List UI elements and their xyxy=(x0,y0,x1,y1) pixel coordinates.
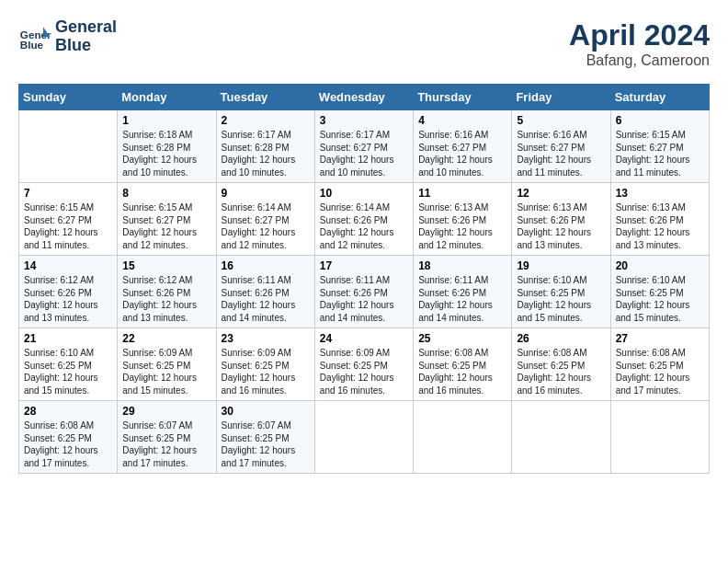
day-info: Sunrise: 6:10 AM Sunset: 6:25 PM Dayligh… xyxy=(616,274,704,324)
calendar-cell: 5Sunrise: 6:16 AM Sunset: 6:27 PM Daylig… xyxy=(512,110,610,183)
week-row-3: 14Sunrise: 6:12 AM Sunset: 6:26 PM Dayli… xyxy=(19,256,710,328)
day-info: Sunrise: 6:17 AM Sunset: 6:28 PM Dayligh… xyxy=(222,129,310,178)
calendar-cell: 10Sunrise: 6:14 AM Sunset: 6:26 PM Dayli… xyxy=(314,183,413,256)
main-title: April 2024 xyxy=(569,18,710,52)
calendar-cell: 26Sunrise: 6:08 AM Sunset: 6:25 PM Dayli… xyxy=(512,328,610,401)
calendar-cell: 9Sunrise: 6:14 AM Sunset: 6:27 PM Daylig… xyxy=(216,183,314,256)
column-header-tuesday: Tuesday xyxy=(216,85,314,110)
day-info: Sunrise: 6:15 AM Sunset: 6:27 PM Dayligh… xyxy=(616,129,704,178)
column-header-sunday: Sunday xyxy=(19,85,118,110)
day-info: Sunrise: 6:08 AM Sunset: 6:25 PM Dayligh… xyxy=(418,347,506,396)
logo-text: General Blue xyxy=(55,18,117,55)
day-number: 23 xyxy=(222,332,310,345)
calendar-cell: 27Sunrise: 6:08 AM Sunset: 6:25 PM Dayli… xyxy=(610,328,709,401)
day-number: 29 xyxy=(122,405,210,418)
week-row-1: 1Sunrise: 6:18 AM Sunset: 6:28 PM Daylig… xyxy=(19,110,710,183)
day-number: 22 xyxy=(122,332,210,345)
day-info: Sunrise: 6:16 AM Sunset: 6:27 PM Dayligh… xyxy=(418,129,506,178)
calendar-cell: 17Sunrise: 6:11 AM Sunset: 6:26 PM Dayli… xyxy=(314,256,413,328)
day-info: Sunrise: 6:12 AM Sunset: 6:26 PM Dayligh… xyxy=(24,274,112,324)
column-header-wednesday: Wednesday xyxy=(314,85,413,110)
day-number: 17 xyxy=(320,259,408,272)
calendar-cell: 18Sunrise: 6:11 AM Sunset: 6:26 PM Dayli… xyxy=(414,256,512,328)
day-info: Sunrise: 6:07 AM Sunset: 6:25 PM Dayligh… xyxy=(122,419,210,469)
day-number: 6 xyxy=(616,114,704,127)
day-info: Sunrise: 6:13 AM Sunset: 6:26 PM Dayligh… xyxy=(616,201,704,251)
day-number: 26 xyxy=(517,332,605,345)
calendar-cell: 14Sunrise: 6:12 AM Sunset: 6:26 PM Dayli… xyxy=(19,256,118,328)
day-info: Sunrise: 6:11 AM Sunset: 6:26 PM Dayligh… xyxy=(222,274,310,324)
calendar-cell: 22Sunrise: 6:09 AM Sunset: 6:25 PM Dayli… xyxy=(118,328,216,401)
calendar-cell: 4Sunrise: 6:16 AM Sunset: 6:27 PM Daylig… xyxy=(414,110,512,183)
logo-icon: General Blue xyxy=(18,20,51,53)
day-info: Sunrise: 6:13 AM Sunset: 6:26 PM Dayligh… xyxy=(517,201,605,251)
week-row-2: 7Sunrise: 6:15 AM Sunset: 6:27 PM Daylig… xyxy=(19,183,710,256)
day-number: 8 xyxy=(122,187,210,200)
calendar-cell: 2Sunrise: 6:17 AM Sunset: 6:28 PM Daylig… xyxy=(216,110,314,183)
day-number: 12 xyxy=(517,187,605,200)
calendar-cell: 29Sunrise: 6:07 AM Sunset: 6:25 PM Dayli… xyxy=(118,401,216,474)
day-info: Sunrise: 6:08 AM Sunset: 6:25 PM Dayligh… xyxy=(24,419,112,469)
svg-text:Blue: Blue xyxy=(20,38,44,50)
calendar-cell: 24Sunrise: 6:09 AM Sunset: 6:25 PM Dayli… xyxy=(314,328,413,401)
day-number: 28 xyxy=(24,405,112,418)
calendar-cell: 30Sunrise: 6:07 AM Sunset: 6:25 PM Dayli… xyxy=(216,401,314,474)
day-number: 21 xyxy=(24,332,112,345)
calendar-cell xyxy=(512,401,610,474)
day-number: 25 xyxy=(418,332,506,345)
title-block: April 2024 Bafang, Cameroon xyxy=(569,18,710,69)
calendar-cell: 28Sunrise: 6:08 AM Sunset: 6:25 PM Dayli… xyxy=(19,401,118,474)
day-info: Sunrise: 6:09 AM Sunset: 6:25 PM Dayligh… xyxy=(320,347,408,396)
day-number: 27 xyxy=(616,332,704,345)
day-info: Sunrise: 6:17 AM Sunset: 6:27 PM Dayligh… xyxy=(320,129,408,178)
day-info: Sunrise: 6:11 AM Sunset: 6:26 PM Dayligh… xyxy=(418,274,506,324)
day-number: 3 xyxy=(320,114,408,127)
logo: General Blue General Blue xyxy=(18,18,117,55)
calendar-cell: 16Sunrise: 6:11 AM Sunset: 6:26 PM Dayli… xyxy=(216,256,314,328)
day-info: Sunrise: 6:13 AM Sunset: 6:26 PM Dayligh… xyxy=(418,201,506,251)
column-header-friday: Friday xyxy=(512,85,610,110)
day-info: Sunrise: 6:18 AM Sunset: 6:28 PM Dayligh… xyxy=(122,129,210,178)
day-info: Sunrise: 6:16 AM Sunset: 6:27 PM Dayligh… xyxy=(517,129,605,178)
day-info: Sunrise: 6:14 AM Sunset: 6:26 PM Dayligh… xyxy=(320,201,408,251)
day-number: 20 xyxy=(616,259,704,272)
day-info: Sunrise: 6:08 AM Sunset: 6:25 PM Dayligh… xyxy=(616,347,704,396)
day-number: 24 xyxy=(320,332,408,345)
day-number: 30 xyxy=(222,405,310,418)
sub-title: Bafang, Cameroon xyxy=(569,52,710,69)
calendar-cell: 15Sunrise: 6:12 AM Sunset: 6:26 PM Dayli… xyxy=(118,256,216,328)
day-number: 5 xyxy=(517,114,605,127)
week-row-4: 21Sunrise: 6:10 AM Sunset: 6:25 PM Dayli… xyxy=(19,328,710,401)
day-number: 4 xyxy=(418,114,506,127)
day-info: Sunrise: 6:10 AM Sunset: 6:25 PM Dayligh… xyxy=(517,274,605,324)
calendar-header-row: SundayMondayTuesdayWednesdayThursdayFrid… xyxy=(19,85,710,110)
day-info: Sunrise: 6:12 AM Sunset: 6:26 PM Dayligh… xyxy=(122,274,210,324)
calendar-cell xyxy=(610,401,709,474)
day-number: 10 xyxy=(320,187,408,200)
calendar-cell: 11Sunrise: 6:13 AM Sunset: 6:26 PM Dayli… xyxy=(414,183,512,256)
calendar-cell: 6Sunrise: 6:15 AM Sunset: 6:27 PM Daylig… xyxy=(610,110,709,183)
calendar-cell: 7Sunrise: 6:15 AM Sunset: 6:27 PM Daylig… xyxy=(19,183,118,256)
day-number: 19 xyxy=(517,259,605,272)
day-info: Sunrise: 6:09 AM Sunset: 6:25 PM Dayligh… xyxy=(222,347,310,396)
day-info: Sunrise: 6:08 AM Sunset: 6:25 PM Dayligh… xyxy=(517,347,605,396)
column-header-monday: Monday xyxy=(118,85,216,110)
day-info: Sunrise: 6:11 AM Sunset: 6:26 PM Dayligh… xyxy=(320,274,408,324)
day-info: Sunrise: 6:10 AM Sunset: 6:25 PM Dayligh… xyxy=(24,347,112,396)
calendar-cell: 3Sunrise: 6:17 AM Sunset: 6:27 PM Daylig… xyxy=(314,110,413,183)
calendar-cell: 13Sunrise: 6:13 AM Sunset: 6:26 PM Dayli… xyxy=(610,183,709,256)
column-header-saturday: Saturday xyxy=(610,85,709,110)
calendar-cell: 12Sunrise: 6:13 AM Sunset: 6:26 PM Dayli… xyxy=(512,183,610,256)
calendar-cell: 19Sunrise: 6:10 AM Sunset: 6:25 PM Dayli… xyxy=(512,256,610,328)
calendar-cell xyxy=(19,110,118,183)
page-header: General Blue General Blue April 2024 Baf… xyxy=(18,18,710,69)
day-info: Sunrise: 6:07 AM Sunset: 6:25 PM Dayligh… xyxy=(222,419,310,469)
calendar-cell: 21Sunrise: 6:10 AM Sunset: 6:25 PM Dayli… xyxy=(19,328,118,401)
day-info: Sunrise: 6:15 AM Sunset: 6:27 PM Dayligh… xyxy=(122,201,210,251)
day-info: Sunrise: 6:15 AM Sunset: 6:27 PM Dayligh… xyxy=(24,201,112,251)
day-number: 1 xyxy=(122,114,210,127)
calendar-cell xyxy=(314,401,413,474)
day-number: 18 xyxy=(418,259,506,272)
week-row-5: 28Sunrise: 6:08 AM Sunset: 6:25 PM Dayli… xyxy=(19,401,710,474)
calendar-cell: 20Sunrise: 6:10 AM Sunset: 6:25 PM Dayli… xyxy=(610,256,709,328)
